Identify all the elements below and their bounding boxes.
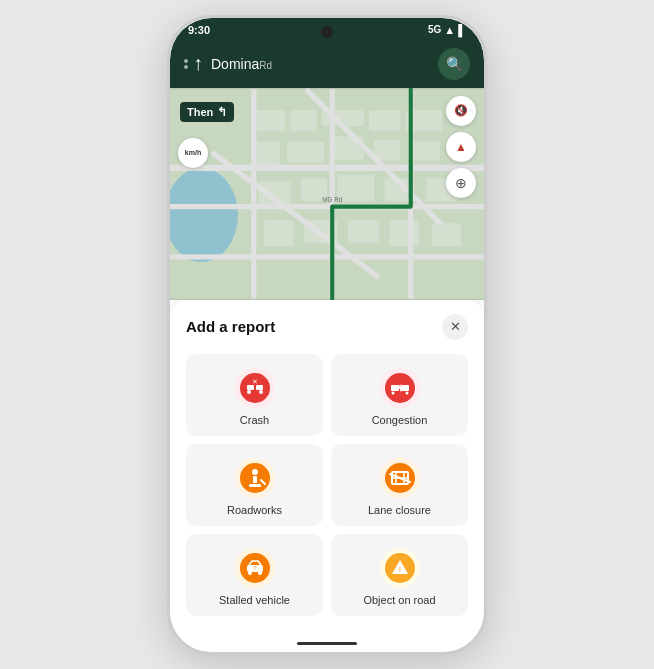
svg-point-54 xyxy=(248,571,252,575)
report-item-stalled-vehicle[interactable]: ? Stalled vehicle xyxy=(186,534,323,616)
then-label: Then ↰ xyxy=(180,102,234,122)
svg-rect-10 xyxy=(374,139,400,160)
congestion-label: Congestion xyxy=(372,414,428,426)
compass-icon: ▲ xyxy=(455,140,467,154)
bottom-sheet: Add a report ✕ xyxy=(170,300,484,636)
street-name: Domina xyxy=(211,56,259,72)
lane-closure-icon xyxy=(384,462,416,494)
map-area: MG Rd Then ↰ km/h 🔇 ▲ ⊕ xyxy=(170,88,484,300)
svg-rect-8 xyxy=(287,141,324,162)
report-item-roadworks[interactable]: Roadworks xyxy=(186,444,323,526)
svg-text:MG Rd: MG Rd xyxy=(322,196,342,203)
speed-button[interactable]: km/h xyxy=(178,138,208,168)
report-item-lane-closure[interactable]: Lane closure xyxy=(331,444,468,526)
object-on-road-label: Object on road xyxy=(363,594,435,606)
sheet-header: Add a report ✕ xyxy=(186,314,468,340)
nav-dot xyxy=(184,59,188,63)
congestion-icon xyxy=(384,372,416,404)
compass-button[interactable]: ▲ xyxy=(446,132,476,162)
svg-point-55 xyxy=(258,571,262,575)
phone-inner: 9:30 5G ▲ ▌ ↑ DominaRd xyxy=(170,18,484,652)
svg-rect-3 xyxy=(290,110,316,131)
up-arrow-icon: ↑ xyxy=(193,52,203,75)
svg-text:!: ! xyxy=(398,566,400,573)
report-item-congestion[interactable]: Congestion xyxy=(331,354,468,436)
home-indicator xyxy=(170,636,484,652)
mute-button[interactable]: 🔇 xyxy=(446,96,476,126)
map-controls: 🔇 ▲ ⊕ xyxy=(446,96,476,198)
signal-icon: ▲ xyxy=(444,24,455,36)
svg-text:✕: ✕ xyxy=(252,378,258,385)
crash-icon: ✕ xyxy=(239,372,271,404)
svg-rect-45 xyxy=(249,484,261,487)
congestion-icon-bg xyxy=(380,368,420,408)
svg-rect-20 xyxy=(390,220,419,246)
home-bar xyxy=(297,642,357,645)
svg-point-34 xyxy=(247,390,251,394)
report-item-object-on-road[interactable]: ! Object on road xyxy=(331,534,468,616)
status-time: 9:30 xyxy=(188,24,210,36)
svg-rect-32 xyxy=(247,385,254,390)
svg-point-40 xyxy=(391,391,394,394)
svg-rect-2 xyxy=(254,110,285,131)
crash-icon-bg: ✕ xyxy=(235,368,275,408)
stalled-vehicle-icon: ? xyxy=(239,552,271,584)
lane-closure-label: Lane closure xyxy=(368,504,431,516)
svg-rect-19 xyxy=(348,220,379,243)
speed-label: km/h xyxy=(185,149,201,157)
layers-icon: ⊕ xyxy=(455,175,467,191)
search-icon: 🔍 xyxy=(446,56,463,72)
crash-label: Crash xyxy=(240,414,269,426)
svg-rect-5 xyxy=(369,110,400,131)
roadworks-icon-bg xyxy=(235,458,275,498)
nav-dots xyxy=(184,59,188,69)
battery-icon: ▌ xyxy=(458,24,466,36)
object-on-road-icon-bg: ! xyxy=(380,548,420,588)
svg-rect-21 xyxy=(432,223,461,246)
lane-closure-icon-bg xyxy=(380,458,420,498)
svg-rect-44 xyxy=(253,476,257,483)
svg-rect-17 xyxy=(264,220,293,246)
svg-point-41 xyxy=(405,391,408,394)
nav-bar: ↑ DominaRd 🔍 xyxy=(170,40,484,88)
report-grid: ✕ Crash xyxy=(186,354,468,616)
svg-point-43 xyxy=(252,469,258,475)
stalled-vehicle-icon-bg: ? xyxy=(235,548,275,588)
object-on-road-icon: ! xyxy=(384,552,416,584)
close-icon: ✕ xyxy=(450,319,461,334)
street-suffix: Rd xyxy=(259,60,272,71)
sheet-title: Add a report xyxy=(186,318,275,335)
svg-rect-14 xyxy=(337,175,374,201)
nav-dot xyxy=(184,65,188,69)
network-label: 5G xyxy=(428,24,441,35)
camera-notch xyxy=(321,26,333,38)
roadworks-label: Roadworks xyxy=(227,504,282,516)
turn-icon: ↰ xyxy=(217,105,227,119)
street-info: DominaRd xyxy=(211,55,272,73)
nav-left: ↑ DominaRd xyxy=(184,52,272,75)
phone-frame: 9:30 5G ▲ ▌ ↑ DominaRd xyxy=(167,15,487,655)
then-text: Then xyxy=(187,106,213,118)
mute-icon: 🔇 xyxy=(454,104,468,117)
svg-point-35 xyxy=(259,390,263,394)
stalled-vehicle-label: Stalled vehicle xyxy=(219,594,290,606)
svg-rect-33 xyxy=(256,385,263,390)
status-icons: 5G ▲ ▌ xyxy=(428,24,466,36)
layers-button[interactable]: ⊕ xyxy=(446,168,476,198)
search-button[interactable]: 🔍 xyxy=(438,48,470,80)
svg-rect-7 xyxy=(254,141,280,167)
close-button[interactable]: ✕ xyxy=(442,314,468,340)
roadworks-icon xyxy=(239,462,271,494)
report-item-crash[interactable]: ✕ Crash xyxy=(186,354,323,436)
